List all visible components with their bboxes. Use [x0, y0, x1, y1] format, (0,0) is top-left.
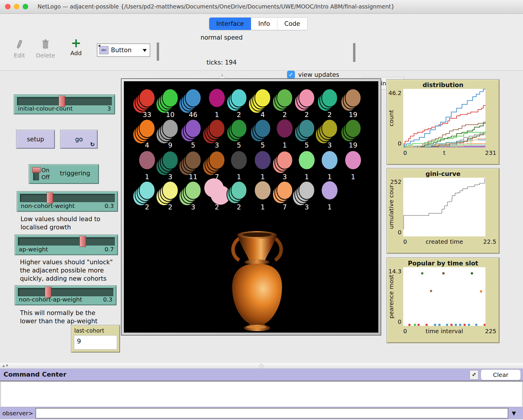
tab-bar: Interface Info Code [0, 14, 523, 33]
monitor-value: 9 [74, 335, 117, 350]
go-button[interactable]: go ↻ [60, 130, 98, 149]
tab-group: Interface Info Code [209, 17, 308, 30]
window-title: NetLogo — adjacent-possible {/Users/pd2-… [38, 3, 394, 10]
slider-ap-weight[interactable]: ap-weight 0.7 [15, 235, 118, 255]
tab-info[interactable]: Info [251, 18, 277, 30]
turtle-count-label: 3 [328, 141, 332, 149]
go-label: go [75, 136, 83, 143]
scatter-point [414, 324, 416, 326]
switch-knob[interactable] [32, 167, 41, 173]
scatter-point [446, 324, 448, 326]
slider-value: 0.7 [104, 246, 114, 253]
scatter-point [480, 290, 482, 292]
plot-area [403, 89, 485, 148]
slider-non-cohort-ap-weight[interactable]: non-cohort-ap-weight 0.3 [15, 285, 117, 305]
slider-non-cohort-weight[interactable]: non-cohort-weight 0.3 [17, 191, 118, 212]
tab-interface[interactable]: Interface [209, 18, 251, 30]
scatter-point [475, 324, 477, 326]
amphora-image [223, 230, 291, 332]
turtle-count-label: 9 [168, 141, 173, 149]
turtle-count-label: 5 [261, 141, 265, 149]
scatter-point [471, 272, 473, 274]
slider-track[interactable] [18, 237, 115, 245]
turtle-count-label: 1 [328, 203, 332, 211]
scatter-point [464, 324, 466, 326]
switch-on-label: On [41, 167, 50, 174]
slider-handle[interactable] [80, 236, 86, 247]
minimize-icon[interactable] [14, 4, 19, 9]
turtle-count-label: 3 [283, 173, 287, 181]
scatter-point [442, 272, 444, 274]
turtle-count-label: 3 [168, 173, 173, 181]
plot-title: distribution [387, 82, 499, 89]
turtle-count-label: 1 [305, 173, 309, 181]
netlogo-window: NetLogo — adjacent-possible {/Users/pd2-… [0, 0, 523, 420]
edit-label: Edit [14, 52, 25, 59]
turtle-count-label: 1 [261, 203, 265, 211]
pencil-icon [11, 38, 28, 52]
plot-pen-lorenz [404, 179, 485, 229]
turtle-count-label: 10 [166, 111, 174, 118]
switch-channel[interactable] [33, 167, 39, 180]
setup-button[interactable]: setup [16, 130, 55, 149]
add-button[interactable]: + Add [68, 36, 84, 57]
forever-icon: ↻ [90, 141, 95, 147]
x-axis-max-label: 225 [485, 328, 496, 335]
scatter-point [468, 324, 470, 326]
view-updates-checkbox[interactable]: ✓ [287, 71, 295, 79]
turtle-count-label: 2 [168, 203, 173, 211]
detach-button[interactable]: ↕ [470, 370, 478, 380]
turtle-count-label: 4 [261, 111, 265, 118]
history-dropdown-icon[interactable]: ▼ [512, 410, 516, 416]
command-center-header: Command Center ↕ Clear [0, 369, 523, 381]
delete-button[interactable]: Delete [35, 38, 56, 59]
turtle-count-label: 1 [261, 173, 265, 181]
splitter-grip[interactable] [259, 364, 263, 368]
x-axis-max-label: 231 [485, 149, 496, 156]
maximize-icon[interactable] [23, 4, 28, 9]
scatter-point [409, 324, 411, 326]
diagonal-arrows-icon: ↕ [470, 370, 478, 379]
turtle-count-label: 2 [305, 111, 309, 118]
slider-value: 0.3 [103, 296, 112, 303]
turtle-count-label: 3 [191, 203, 195, 211]
x-axis-title: t [403, 149, 485, 156]
trash-icon [35, 38, 56, 52]
turtle-count-label: 1 [283, 141, 287, 149]
edit-button[interactable]: Edit [11, 38, 28, 59]
scatter-point [455, 324, 457, 326]
turtle-count-label: 1 [145, 173, 149, 181]
title-bar: NetLogo — adjacent-possible {/Users/pd2-… [0, 0, 523, 14]
triggering-switch[interactable]: On Off triggering [29, 164, 99, 184]
plot-pen-pen-red [403, 105, 485, 148]
note-non-cohort-weight: Low values should lead to localised grow… [21, 215, 114, 231]
slider-label: non-cohort-ap-weight [19, 296, 82, 303]
turtle-count-label: 2 [215, 203, 219, 211]
slider-track[interactable] [18, 288, 113, 296]
widget-type-dropdown[interactable]: abc Button [97, 43, 150, 57]
command-input[interactable] [36, 408, 508, 419]
command-center-splitter[interactable]: ▲▼ [0, 363, 523, 369]
turtle-count-label: 2 [237, 111, 241, 118]
clear-button[interactable]: Clear [481, 370, 521, 380]
world-view[interactable]: 3310461242221949535515319131171131112232… [121, 78, 381, 336]
turtle-count-label: 3 [305, 203, 309, 211]
command-center-title: Command Center [4, 371, 66, 378]
ticks-counter: ticks: 194 [177, 59, 266, 66]
slider-initial-colour-count[interactable]: initial-colour-count 3 [14, 94, 115, 114]
turtle-count-label: 1 [351, 173, 355, 181]
turtle-count-label: 5 [237, 141, 241, 149]
turtle-count-label: 5 [191, 141, 195, 149]
slider-label: non-cohort-weight [21, 202, 75, 209]
tab-code[interactable]: Code [277, 18, 307, 30]
slider-handle[interactable] [47, 192, 53, 204]
scatter-point [434, 324, 436, 326]
turtle-count-label: 5 [305, 141, 309, 149]
splitter-arrows-icon[interactable]: ▲▼ [2, 364, 9, 368]
slider-track[interactable] [17, 97, 112, 105]
scatter-point [438, 324, 441, 326]
world-view-canvas[interactable]: 3310461242221949535515319131171131112232… [124, 81, 378, 333]
close-icon[interactable] [5, 4, 11, 9]
slider-track[interactable] [20, 194, 115, 202]
scatter-point [451, 324, 453, 326]
